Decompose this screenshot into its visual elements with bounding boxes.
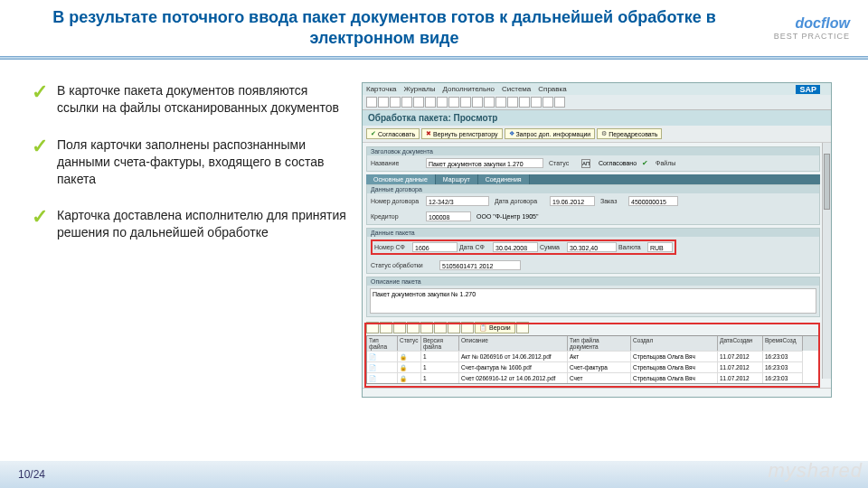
creditor-field[interactable]: 100008 xyxy=(426,211,471,221)
toolbar-icon[interactable] xyxy=(484,97,495,108)
request-info-button[interactable]: Запрос доп. информации xyxy=(505,128,596,139)
versions-button[interactable]: 📋Версии xyxy=(475,322,515,333)
toolbar-icon[interactable] xyxy=(472,97,483,108)
scrollbar[interactable] xyxy=(822,143,831,379)
proc-status-field[interactable]: 5105601471 2012 xyxy=(439,260,521,270)
watermark: myshared xyxy=(768,459,863,483)
toolbar-icon[interactable] xyxy=(401,97,412,108)
tab-links[interactable]: Соединения xyxy=(478,174,530,184)
files-block: 📋Версии Тип файлаСтатусВерсия файлаОписа… xyxy=(366,320,820,384)
files-toolbar: 📋Версии xyxy=(366,320,820,335)
check-icon: ✓ xyxy=(32,136,48,188)
toolbar-icon[interactable] xyxy=(448,97,459,108)
sap-window: КарточкаЖурналыДополнительноСистемаСправ… xyxy=(362,82,832,398)
invoice-num-field[interactable]: 1606 xyxy=(412,242,458,252)
toolbar-icon[interactable] xyxy=(495,97,506,108)
desc-section: Описание пакета Пакет документов закупки… xyxy=(366,277,820,317)
highlighted-invoice-fields: Номер СФ 1606 Дата СФ 30.04.2008 Сумма 3… xyxy=(371,239,676,255)
grid-header: Тип файлаСтатусВерсия файлаОписаниеТип ф… xyxy=(367,336,819,351)
file-tool-icon[interactable] xyxy=(393,322,406,333)
package-section: Данные пакета Номер СФ 1606 Дата СФ 30.0… xyxy=(366,228,820,274)
toolbar-icon[interactable] xyxy=(413,97,424,108)
approve-button[interactable]: Согласовать xyxy=(366,128,420,139)
check-icon: ✓ xyxy=(32,82,48,117)
toolbar-icon[interactable] xyxy=(378,97,389,108)
check-icon: ✓ xyxy=(32,207,48,241)
toolbar-icon[interactable] xyxy=(531,97,542,108)
slide-footer: 10/24 xyxy=(0,461,868,488)
status-code: AП xyxy=(581,159,590,168)
bullet-item: ✓Поля карточки заполнены распознанными д… xyxy=(32,136,348,188)
files-check-icon xyxy=(642,159,650,167)
contract-date-field[interactable]: 19.06.2012 xyxy=(550,196,595,206)
sap-statusbar xyxy=(363,388,831,397)
sap-body: Заголовок документа Название Пакет докум… xyxy=(363,143,831,388)
file-tool-icon[interactable] xyxy=(516,322,529,333)
invoice-date-field[interactable]: 30.04.2008 xyxy=(493,242,538,252)
sum-field[interactable]: 30.302,40 xyxy=(567,242,617,252)
doc-header-section: Заголовок документа Название Пакет докум… xyxy=(366,146,820,172)
brand-logo: docflow BEST PRACTICE xyxy=(750,15,850,41)
file-tool-icon[interactable] xyxy=(380,322,392,333)
forward-button[interactable]: Переадресовать xyxy=(597,128,662,139)
bullet-panel: ✓В карточке пакета документов появляются… xyxy=(0,82,362,398)
name-field[interactable]: Пакет документов закупки 1.270 xyxy=(426,158,543,168)
grid-row[interactable]: 📄🔒1Счет-фактура № 1606.pdfСчет-фактураСт… xyxy=(367,361,819,372)
sap-menubar[interactable]: КарточкаЖурналыДополнительноСистемаСправ… xyxy=(363,83,831,95)
slide-title: В результате поточного ввода пакет докум… xyxy=(18,7,750,50)
bullet-item: ✓Карточка доставлена исполнителю для при… xyxy=(32,207,348,241)
tab-route[interactable]: Маршрут xyxy=(436,174,478,184)
sap-tabs: Основные данные Маршрут Соединения xyxy=(366,174,820,184)
grid-row[interactable]: 📄🔒1Акт № 0266916 от 14.06.2012.pdfАктСтр… xyxy=(367,351,819,361)
file-tool-icon[interactable] xyxy=(461,322,474,333)
desc-textarea[interactable]: Пакет документов закупки № 1.270 xyxy=(370,288,816,314)
order-field[interactable]: 4500000015 xyxy=(628,196,678,206)
sap-logo: SAP xyxy=(796,85,820,94)
toolbar-icon[interactable] xyxy=(425,97,436,108)
file-tool-icon[interactable] xyxy=(366,322,379,333)
toolbar-icon[interactable] xyxy=(507,97,518,108)
toolbar-icon[interactable] xyxy=(542,97,553,108)
page-number: 10/24 xyxy=(18,468,45,481)
toolbar-icon[interactable] xyxy=(519,97,530,108)
sap-page-title: Обработка пакета: Просмотр xyxy=(363,110,831,126)
currency-field[interactable]: RUB xyxy=(647,242,673,252)
toolbar-icon[interactable] xyxy=(554,97,565,108)
file-tool-icon[interactable] xyxy=(434,322,447,333)
contract-num-field[interactable]: 12-342/3 xyxy=(426,196,489,206)
sap-toolbar[interactable] xyxy=(363,95,831,110)
file-tool-icon[interactable] xyxy=(407,322,420,333)
slide-header: В результате поточного ввода пакет докум… xyxy=(0,0,868,56)
file-tool-icon[interactable] xyxy=(448,322,460,333)
bullet-item: ✓В карточке пакета документов появляются… xyxy=(32,82,348,117)
file-tool-icon[interactable] xyxy=(420,322,433,333)
toolbar-icon[interactable] xyxy=(460,97,471,108)
slide-content: ✓В карточке пакета документов появляются… xyxy=(0,60,868,398)
screenshot-panel: КарточкаЖурналыДополнительноСистемаСправ… xyxy=(362,82,850,398)
sap-action-bar: Согласовать Вернуть регистратору Запрос … xyxy=(363,126,831,143)
toolbar-icon[interactable] xyxy=(366,97,377,108)
return-button[interactable]: Вернуть регистратору xyxy=(421,128,503,139)
toolbar-icon[interactable] xyxy=(390,97,401,108)
grid-row[interactable]: 📄🔒1Счет 0266916-12 от 14.06.2012.pdfСчет… xyxy=(367,372,819,383)
tab-main[interactable]: Основные данные xyxy=(366,174,436,184)
toolbar-icon[interactable] xyxy=(437,97,448,108)
files-grid: Тип файлаСтатусВерсия файлаОписаниеТип ф… xyxy=(366,335,820,384)
contract-section: Данные договора Номер договора 12-342/3 … xyxy=(366,184,820,225)
